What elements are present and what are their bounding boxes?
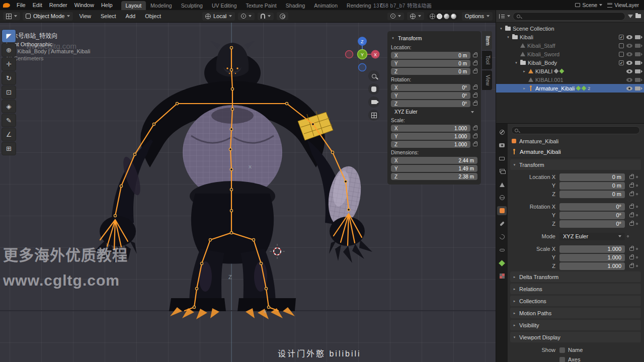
animate-decorator[interactable] — [636, 214, 638, 216]
lock-icon[interactable] — [473, 102, 477, 106]
outliner-row-kibali-body[interactable]: ▾ Kibali_Body — [496, 58, 644, 67]
shading-solid-icon[interactable] — [437, 14, 442, 19]
pivot-point-selector[interactable] — [238, 13, 255, 20]
tab-constraint-properties[interactable] — [497, 245, 507, 254]
menu-edit[interactable]: Edit — [29, 1, 46, 9]
rotation-x-field[interactable]: 0° — [559, 203, 625, 211]
overlays-toggle[interactable] — [387, 13, 404, 20]
section-delta-transform[interactable]: ▸Delta Transform — [510, 272, 641, 282]
menu-select[interactable]: Select — [97, 12, 120, 21]
outliner-search-input[interactable] — [513, 12, 625, 21]
scale-z-field[interactable]: 1.000 — [559, 262, 625, 270]
hide-viewport-icon[interactable] — [626, 44, 632, 48]
outliner-row-kibali-staff[interactable]: Kibali_Staff — [496, 41, 644, 50]
n-panel-tab-tool[interactable]: Tool — [482, 51, 492, 69]
lock-icon[interactable] — [629, 175, 634, 179]
tab-physics-properties[interactable] — [497, 232, 507, 241]
camera-view-button[interactable] — [368, 97, 379, 108]
lock-icon[interactable] — [473, 70, 477, 73]
menu-file[interactable]: File — [13, 1, 29, 9]
options-dropdown[interactable]: Options — [462, 12, 493, 21]
disable-render-icon[interactable] — [635, 35, 640, 39]
menu-object[interactable]: Object — [141, 12, 165, 21]
lock-icon[interactable] — [629, 256, 634, 259]
animate-decorator[interactable] — [636, 248, 638, 250]
perspective-toggle-button[interactable] — [368, 110, 379, 121]
view-layer-selector[interactable]: ViewLayer — [607, 2, 639, 8]
disable-render-icon[interactable] — [635, 78, 640, 82]
collection-checkbox[interactable] — [619, 35, 624, 40]
menu-window[interactable]: Window — [71, 1, 98, 9]
tab-render-properties[interactable] — [497, 141, 507, 150]
proportional-editing-toggle[interactable] — [277, 12, 288, 20]
measure-tool[interactable]: ∠ — [2, 128, 16, 141]
properties-search-input[interactable] — [511, 126, 640, 134]
show-axes-checkbox[interactable] — [559, 357, 565, 362]
menu-help[interactable]: Help — [98, 1, 116, 9]
rotate-tool[interactable]: ↻ — [2, 71, 16, 85]
rotation-z-field[interactable]: 0° — [559, 220, 625, 228]
hide-viewport-icon[interactable] — [626, 86, 632, 90]
show-name-checkbox[interactable] — [559, 347, 565, 353]
lock-icon[interactable] — [473, 143, 477, 146]
section-viewport-display[interactable]: ▾Viewport Display — [510, 332, 641, 342]
menu-render[interactable]: Render — [46, 1, 71, 9]
axis-neg-z-handle[interactable] — [359, 64, 366, 71]
expand-icon[interactable]: ▾ — [514, 61, 518, 65]
scale-tool[interactable]: ⊡ — [2, 85, 16, 99]
section-relations[interactable]: ▸Relations — [510, 284, 641, 294]
lock-icon[interactable] — [629, 184, 634, 188]
animate-decorator[interactable] — [636, 223, 638, 225]
expand-icon[interactable]: ▾ — [506, 35, 510, 39]
workspace-tab-rendering[interactable]: Rendering — [342, 1, 375, 10]
rotation-mode-dropdown[interactable]: XYZ Euler — [391, 108, 477, 116]
add-cube-tool[interactable]: ⊞ — [2, 142, 16, 155]
workspace-tab-modeling[interactable]: Modeling — [146, 1, 177, 10]
n-panel-header[interactable]: ▾ Transform — [391, 34, 477, 43]
location-y-field[interactable]: 0 m — [559, 182, 625, 190]
disable-render-icon[interactable] — [635, 69, 640, 73]
lock-icon[interactable] — [473, 62, 477, 65]
animate-decorator[interactable] — [627, 235, 629, 237]
lock-icon[interactable] — [629, 205, 634, 209]
tab-object-data-properties[interactable] — [497, 258, 507, 267]
editor-type-selector[interactable] — [3, 12, 20, 20]
lock-icon[interactable] — [629, 264, 634, 268]
transform-orientation-selector[interactable]: Local — [202, 12, 235, 21]
animate-decorator[interactable] — [636, 185, 638, 187]
scale-y-field[interactable]: Y1.000 — [391, 133, 470, 140]
axis-neg-x-handle[interactable] — [346, 51, 353, 58]
lock-icon[interactable] — [629, 222, 634, 226]
gizmos-toggle[interactable] — [407, 12, 424, 20]
lock-icon[interactable] — [629, 214, 634, 217]
snapping-selector[interactable] — [258, 13, 274, 20]
rotation-y-field[interactable]: Y0° — [391, 92, 470, 99]
section-visibility[interactable]: ▸Visibility — [510, 320, 641, 330]
outliner-row-armature-kibali[interactable]: ▸ Armature_Kibali 2 — [496, 84, 644, 93]
animate-decorator[interactable] — [636, 265, 638, 267]
animate-decorator[interactable] — [636, 193, 638, 195]
workspace-tab-uv-editing[interactable]: UV Editing — [207, 1, 242, 10]
lock-icon[interactable] — [473, 94, 477, 98]
mode-selector[interactable]: Object Mode — [23, 12, 73, 21]
tab-texture-properties[interactable] — [497, 272, 507, 281]
collection-checkbox[interactable] — [619, 60, 624, 65]
transform-panel-header[interactable]: ▾ Transform — [510, 159, 641, 170]
tab-view-layer-properties[interactable] — [497, 167, 507, 176]
animate-decorator[interactable] — [636, 176, 638, 178]
workspace-tab-shading[interactable]: Shading — [281, 1, 310, 10]
dimensions-y-field[interactable]: Y1.49 m — [391, 165, 477, 172]
rotation-z-field[interactable]: Z0° — [391, 100, 470, 107]
location-y-field[interactable]: Y0 m — [391, 60, 470, 67]
hide-viewport-icon[interactable] — [626, 78, 632, 82]
disable-render-icon[interactable] — [635, 61, 640, 65]
tab-modifier-properties[interactable] — [497, 219, 507, 228]
navigation-gizmo[interactable]: Z X Y — [344, 35, 380, 71]
shading-material-icon[interactable] — [444, 14, 449, 19]
scale-y-field[interactable]: 1.000 — [559, 254, 625, 261]
section-motion-paths[interactable]: ▸Motion Paths — [510, 308, 641, 318]
outliner-row-kibali[interactable]: ▾ Kibali — [496, 33, 644, 41]
shading-wireframe-icon[interactable] — [430, 14, 435, 19]
lock-icon[interactable] — [473, 127, 477, 130]
expand-icon[interactable]: ▸ — [522, 69, 526, 73]
